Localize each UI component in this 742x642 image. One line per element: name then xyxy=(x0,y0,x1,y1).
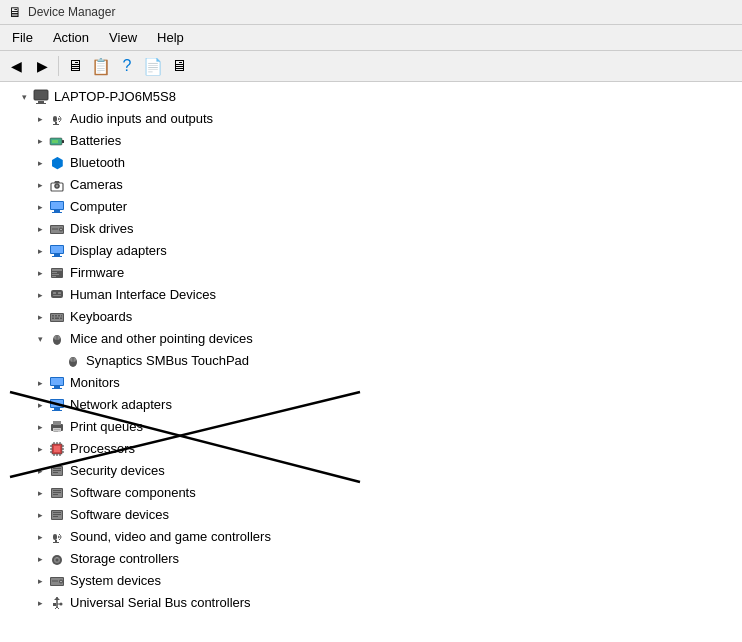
tree-item-system[interactable]: ▸ System devices xyxy=(0,570,742,592)
menu-view[interactable]: View xyxy=(101,27,145,48)
monitor-button[interactable]: 🖥 xyxy=(167,54,191,78)
svg-rect-40 xyxy=(58,315,60,317)
sound-label: Sound, video and game controllers xyxy=(70,527,271,547)
firmware-expand-icon: ▸ xyxy=(32,263,48,283)
device-manager-button[interactable]: 🖥 xyxy=(63,54,87,78)
firmware-label: Firmware xyxy=(70,263,124,283)
properties-button[interactable]: 📋 xyxy=(89,54,113,78)
svg-rect-41 xyxy=(61,315,62,317)
audio-icon xyxy=(48,110,66,128)
root-expand-icon: ▾ xyxy=(16,87,32,107)
hid-label: Human Interface Devices xyxy=(70,285,216,305)
svg-rect-95 xyxy=(53,542,59,543)
cameras-expand-icon: ▸ xyxy=(32,175,48,195)
sound-icon xyxy=(48,528,66,546)
menu-file[interactable]: File xyxy=(4,27,41,48)
cameras-icon xyxy=(48,176,66,194)
svg-rect-58 xyxy=(52,410,62,411)
back-button[interactable]: ◀ xyxy=(4,54,28,78)
bluetooth-label: Bluetooth xyxy=(70,153,125,173)
tree-item-software-dev[interactable]: ▸ Software devices xyxy=(0,504,742,526)
svg-rect-3 xyxy=(36,103,46,104)
tree-item-firmware[interactable]: ▸ Firmware xyxy=(0,262,742,284)
batteries-icon xyxy=(48,132,66,150)
svg-rect-90 xyxy=(53,512,61,513)
tree-item-software-comp[interactable]: ▸ Software components xyxy=(0,482,742,504)
svg-rect-24 xyxy=(51,246,63,253)
tree-item-batteries[interactable]: ▸ Batteries xyxy=(0,130,742,152)
svg-rect-82 xyxy=(53,472,58,473)
svg-rect-104 xyxy=(52,581,58,582)
svg-rect-4 xyxy=(53,116,57,122)
svg-rect-2 xyxy=(38,101,44,103)
svg-rect-29 xyxy=(52,272,57,273)
tree-item-bluetooth[interactable]: ▸ ⬢ Bluetooth xyxy=(0,152,742,174)
tree-item-display[interactable]: ▸ Display adapters xyxy=(0,240,742,262)
svg-rect-30 xyxy=(52,274,59,275)
tree-item-security[interactable]: ▸ Security devices xyxy=(0,460,742,482)
root-label: LAPTOP-PJO6M5S8 xyxy=(54,87,176,107)
hid-icon xyxy=(48,286,66,304)
software-comp-label: Software components xyxy=(70,483,196,503)
tree-item-computer[interactable]: ▸ Computer xyxy=(0,196,742,218)
monitors-icon xyxy=(48,374,66,392)
svg-rect-81 xyxy=(53,470,61,471)
mice-icon xyxy=(48,330,66,348)
synaptics-label: Synaptics SMBus TouchPad xyxy=(86,351,249,371)
forward-button[interactable]: ▶ xyxy=(30,54,54,78)
root-item[interactable]: ▾ LAPTOP-PJO6M5S8 xyxy=(0,86,742,108)
mice-expand-icon: ▾ xyxy=(32,329,48,349)
svg-rect-60 xyxy=(53,421,61,425)
security-expand-icon: ▸ xyxy=(32,461,48,481)
svg-rect-16 xyxy=(54,210,60,212)
tree-item-processors[interactable]: ▸ Proces xyxy=(0,438,742,460)
tree-item-print[interactable]: ▸ Print queues xyxy=(0,416,742,438)
monitors-label: Monitors xyxy=(70,373,120,393)
network-expand-icon: ▸ xyxy=(32,395,48,415)
svg-rect-85 xyxy=(53,490,61,491)
keyboards-expand-icon: ▸ xyxy=(32,307,48,327)
tree-item-sound[interactable]: ▸ Sound, video and game controllers xyxy=(0,526,742,548)
software-comp-icon xyxy=(48,484,66,502)
scan-button[interactable]: 📄 xyxy=(141,54,165,78)
tree-item-disk[interactable]: ▸ Disk drives xyxy=(0,218,742,240)
svg-rect-106 xyxy=(53,603,56,606)
svg-rect-17 xyxy=(52,212,62,213)
software-comp-expand-icon: ▸ xyxy=(32,483,48,503)
tree-item-audio[interactable]: ▸ Audio inputs and outputs xyxy=(0,108,742,130)
storage-expand-icon: ▸ xyxy=(32,549,48,569)
svg-rect-86 xyxy=(53,492,61,493)
usb-label: Universal Serial Bus controllers xyxy=(70,593,251,613)
bluetooth-expand-icon: ▸ xyxy=(32,153,48,173)
root-icon xyxy=(32,88,50,106)
tree-item-hid[interactable]: ▸ Human Interface Devices xyxy=(0,284,742,306)
audio-expand-icon: ▸ xyxy=(32,109,48,129)
hid-expand-icon: ▸ xyxy=(32,285,48,305)
svg-rect-87 xyxy=(53,494,58,495)
keyboards-label: Keyboards xyxy=(70,307,132,327)
help-button[interactable]: ? xyxy=(115,54,139,78)
svg-point-98 xyxy=(56,559,59,562)
tree-item-mice[interactable]: ▾ Mice and other pointing devices xyxy=(0,328,742,350)
tree-item-synaptics[interactable]: Synaptics SMBus TouchPad xyxy=(0,350,742,372)
svg-rect-6 xyxy=(53,124,59,125)
tree-item-keyboards[interactable]: ▸ Keyboards xyxy=(0,306,742,328)
display-icon xyxy=(48,242,66,260)
svg-rect-32 xyxy=(51,290,63,298)
display-expand-icon: ▸ xyxy=(32,241,48,261)
tree-item-monitors[interactable]: ▸ Monitors xyxy=(0,372,742,394)
tree-item-network[interactable]: ▸ Network adapters xyxy=(0,394,742,416)
print-icon xyxy=(48,418,66,436)
disk-icon xyxy=(48,220,66,238)
svg-rect-0 xyxy=(34,90,48,100)
svg-rect-52 xyxy=(51,378,63,385)
usb-expand-icon: ▸ xyxy=(32,593,48,613)
svg-point-99 xyxy=(56,557,57,558)
tree-item-usb[interactable]: ▸ Universal Serial Bus controllers xyxy=(0,592,742,614)
menu-help[interactable]: Help xyxy=(149,27,192,48)
security-label: Security devices xyxy=(70,461,165,481)
tree-item-cameras[interactable]: ▸ Cameras xyxy=(0,174,742,196)
menu-action[interactable]: Action xyxy=(45,27,97,48)
tree-item-storage[interactable]: ▸ Storage controllers xyxy=(0,548,742,570)
batteries-expand-icon: ▸ xyxy=(32,131,48,151)
